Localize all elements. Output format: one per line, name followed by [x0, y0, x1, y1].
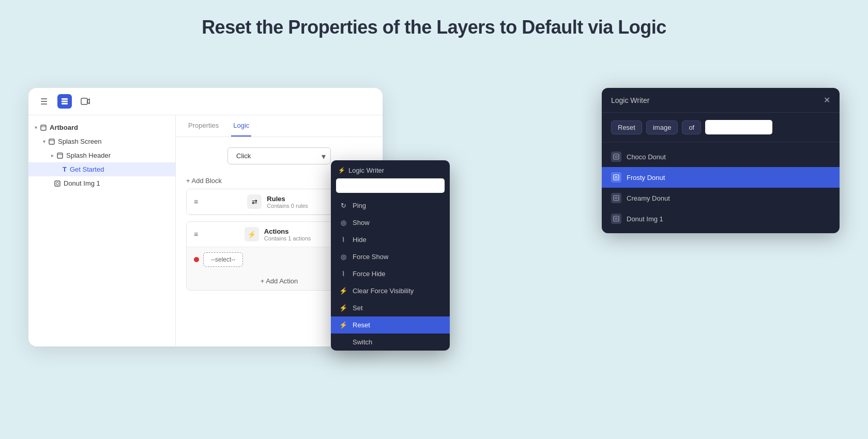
lw-expression: Reset image of	[602, 113, 840, 142]
lw-item-donut-img-1[interactable]: Donut Img 1	[602, 208, 840, 229]
rules-subtitle: Contains 0 rules	[267, 203, 308, 209]
svg-rect-2	[62, 103, 68, 104]
logic-menu-item-hide[interactable]: ⌇ Hide	[331, 231, 450, 248]
logic-menu-item-ping[interactable]: ↻ Ping	[331, 197, 450, 214]
svg-rect-14	[614, 175, 619, 180]
sidebar-label-artboard: Artboard	[50, 124, 78, 131]
lw-target-input[interactable]	[705, 120, 772, 134]
svg-rect-10	[55, 181, 60, 186]
logic-writer-panel: Logic Writer ✕ Reset image of Choco Donu…	[602, 88, 840, 233]
force-hide-label: Force Hide	[353, 270, 386, 278]
actions-subtitle: Contains 1 actions	[264, 235, 311, 241]
rules-block-left: ⇄ Rules Contains 0 rules	[247, 194, 308, 209]
force-hide-icon: ⌇	[339, 270, 347, 278]
action-dot	[194, 257, 199, 262]
text-icon: T	[63, 165, 67, 173]
donut-img-1-label: Donut Img 1	[627, 215, 663, 223]
rules-title: Rules	[267, 195, 308, 203]
action-select[interactable]: --select--	[203, 252, 243, 267]
svg-rect-1	[62, 101, 68, 102]
choco-donut-icon	[611, 152, 621, 162]
lw-item-frosty-donut[interactable]: Frosty Donut	[602, 167, 840, 188]
creamy-donut-icon	[611, 193, 621, 203]
sidebar-label-get-started: Get Started	[70, 165, 104, 173]
force-show-icon: ◎	[339, 253, 347, 261]
svg-point-19	[615, 218, 617, 220]
chevron-icon: ▾	[35, 125, 37, 130]
sidebar-item-splash-header[interactable]: ▸ Splash Header	[28, 148, 175, 162]
logic-menu-item-switch[interactable]: Switch	[331, 334, 450, 351]
logic-dropdown: ⚡ Logic Writer ↻ Ping ◎ Show ⌇ Hide ◎ Fo…	[331, 160, 450, 351]
app-toolbar: ☰	[28, 88, 383, 115]
lw-header: Logic Writer ✕	[602, 88, 840, 113]
image-token[interactable]: image	[646, 120, 678, 134]
tab-properties[interactable]: Properties	[186, 115, 221, 137]
layers-icon[interactable]	[57, 94, 72, 109]
svg-rect-0	[62, 98, 68, 100]
svg-point-15	[615, 176, 617, 178]
logic-dropdown-title: Logic Writer	[348, 166, 384, 174]
hide-icon: ⌇	[339, 236, 347, 244]
logic-menu-item-force-hide[interactable]: ⌇ Force Hide	[331, 265, 450, 282]
reset-token[interactable]: Reset	[611, 120, 642, 134]
rules-icon: ⇄	[247, 194, 262, 209]
rules-info: Rules Contains 0 rules	[267, 195, 308, 209]
set-icon: ⚡	[339, 304, 347, 312]
sidebar-item-get-started[interactable]: T Get Started	[28, 162, 175, 176]
set-label: Set	[353, 304, 363, 312]
svg-point-11	[56, 182, 59, 185]
svg-point-17	[615, 197, 617, 199]
actions-block-left: ⚡ Actions Contains 1 actions	[245, 227, 311, 241]
sidebar-item-artboard[interactable]: ▾ Artboard	[28, 120, 175, 134]
drag-handle[interactable]: ≡	[194, 230, 198, 238]
sidebar-label-donut-img: Donut Img 1	[64, 179, 100, 187]
choco-donut-label: Choco Donut	[627, 153, 666, 161]
creamy-donut-label: Creamy Donut	[627, 194, 670, 202]
reset-label: Reset	[353, 321, 370, 329]
lw-item-choco-donut[interactable]: Choco Donut	[602, 146, 840, 167]
svg-rect-16	[614, 195, 619, 201]
actions-icon: ⚡	[245, 227, 259, 241]
of-token[interactable]: of	[682, 120, 701, 134]
lw-title: Logic Writer	[611, 96, 649, 104]
add-block-label: + Add Block	[186, 177, 222, 185]
app-body: ▾ Artboard ▾ Splash Screen	[28, 115, 383, 346]
switch-label: Switch	[353, 338, 372, 346]
video-icon[interactable]	[78, 94, 93, 109]
frosty-donut-icon	[611, 172, 621, 183]
lw-close-button[interactable]: ✕	[824, 95, 830, 105]
chevron-icon: ▾	[43, 139, 45, 144]
sidebar-item-splash-screen[interactable]: ▾ Splash Screen	[28, 134, 175, 148]
sidebar: ▾ Artboard ▾ Splash Screen	[28, 115, 176, 346]
reset-icon: ⚡	[339, 321, 347, 329]
chevron-icon: ▸	[51, 153, 54, 158]
svg-rect-12	[614, 154, 619, 159]
logic-menu-item-set[interactable]: ⚡ Set	[331, 299, 450, 316]
logic-menu-item-reset[interactable]: ⚡ Reset	[331, 316, 450, 334]
logic-menu-item-force-show[interactable]: ◎ Force Show	[331, 248, 450, 265]
logic-menu-item-show[interactable]: ◎ Show	[331, 214, 450, 231]
lw-item-creamy-donut[interactable]: Creamy Donut	[602, 188, 840, 208]
add-action-label: + Add Action	[261, 277, 298, 285]
lightning-icon: ⚡	[338, 167, 345, 174]
show-label: Show	[353, 219, 370, 226]
trigger-wrap: Click Hover Load	[227, 147, 331, 164]
logic-menu-item-clear-force-visibility[interactable]: ⚡ Clear Force Visibility	[331, 282, 450, 299]
hide-label: Hide	[353, 236, 367, 244]
svg-rect-3	[81, 98, 87, 104]
content-area: ☰ ▾	[0, 57, 868, 439]
ping-label: Ping	[353, 202, 366, 209]
clear-force-label: Clear Force Visibility	[353, 287, 414, 295]
sidebar-label-splash-header: Splash Header	[66, 152, 111, 159]
trigger-select[interactable]: Click Hover Load	[227, 147, 331, 164]
menu-icon[interactable]: ☰	[37, 94, 51, 109]
svg-rect-8	[57, 153, 63, 158]
tab-logic[interactable]: Logic	[231, 115, 251, 137]
clear-force-icon: ⚡	[339, 287, 347, 295]
drag-handle[interactable]: ≡	[194, 198, 198, 206]
logic-search-input[interactable]	[336, 178, 445, 193]
tabs-bar: Properties Logic	[176, 115, 383, 137]
lw-items-list: Choco Donut Frosty Donut	[602, 142, 840, 233]
sidebar-item-donut-img[interactable]: Donut Img 1	[28, 176, 175, 190]
svg-rect-6	[49, 139, 54, 144]
